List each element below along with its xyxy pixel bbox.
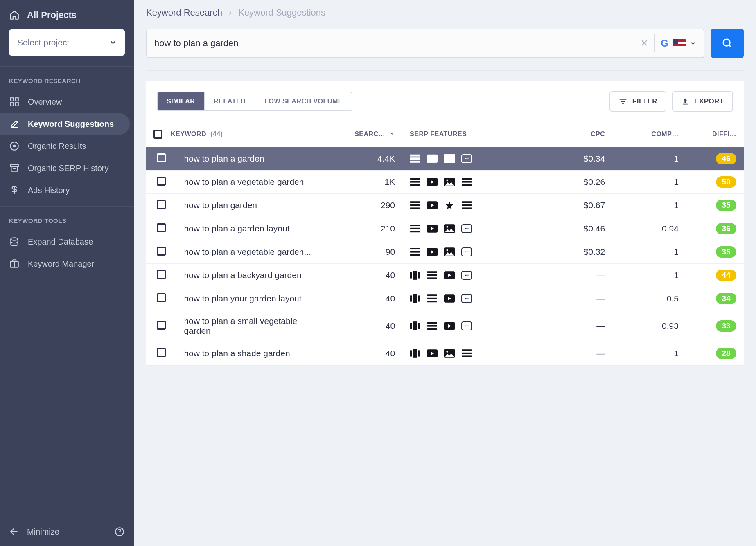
col-serp[interactable]: SERP FEATURES	[402, 121, 539, 147]
row-checkbox[interactable]	[157, 153, 166, 162]
table-row[interactable]: how to plan a backyard garden40···—144	[146, 264, 744, 287]
nav-label: Organic Results	[28, 142, 86, 151]
svg-rect-28	[410, 207, 420, 209]
serp-features	[410, 178, 532, 186]
difficulty-badge: 35	[716, 246, 736, 258]
row-checkbox[interactable]	[157, 293, 166, 302]
svg-rect-23	[462, 178, 472, 180]
col-diff[interactable]: DIFFI…	[686, 121, 744, 147]
row-checkbox[interactable]	[157, 270, 166, 279]
tab-low-search-volume[interactable]: LOW SEARCH VOLUME	[255, 92, 352, 110]
col-cpc[interactable]: CPC	[539, 121, 613, 147]
competition-cell: 1	[612, 342, 686, 365]
svg-point-7	[11, 238, 18, 240]
cpc-cell: —	[539, 264, 613, 287]
table-row[interactable]: how to plan a garden4.4K···$0.34146	[146, 147, 744, 171]
table-row[interactable]: how to plan a garden layout210···$0.460.…	[146, 217, 744, 240]
nav-expand-database[interactable]: Expand Database	[0, 231, 130, 253]
select-all-checkbox[interactable]	[153, 130, 162, 139]
project-select[interactable]: Select project	[9, 29, 125, 56]
row-checkbox[interactable]	[157, 247, 166, 256]
home-icon	[9, 10, 20, 20]
serp-features: ···	[410, 271, 532, 280]
difficulty-badge: 46	[716, 153, 736, 164]
table-row[interactable]: how to plan a vegetable garden1K$0.26150	[146, 171, 744, 194]
nav-label: Organic SERP History	[28, 164, 108, 173]
row-checkbox[interactable]	[157, 321, 166, 330]
keyword-cell: how to plan a vegetable garden	[176, 171, 329, 194]
search-engine-select[interactable]: G	[661, 38, 696, 49]
row-checkbox[interactable]	[157, 348, 166, 357]
cpc-cell: —	[539, 310, 613, 342]
nav-organic-serp-history[interactable]: Organic SERP History	[0, 157, 130, 179]
table-row[interactable]: how to plan garden290$0.67135	[146, 194, 744, 217]
all-projects-link[interactable]: All Projects	[9, 10, 125, 20]
carousel-icon	[410, 271, 420, 280]
svg-rect-56	[427, 298, 437, 299]
svg-rect-47	[418, 272, 420, 278]
help-icon[interactable]	[114, 526, 125, 537]
svg-rect-66	[410, 350, 412, 356]
video-icon	[427, 154, 438, 163]
nav-organic-results[interactable]: Organic Results	[0, 135, 130, 157]
sitelinks-icon	[410, 201, 420, 210]
svg-rect-35	[410, 231, 420, 232]
more-serp-icon: ···	[461, 154, 472, 163]
col-keyword[interactable]: KEYWORD	[171, 130, 206, 137]
col-comp[interactable]: COMP…	[612, 121, 686, 147]
sitelinks-icon	[410, 247, 420, 256]
search-box: ✕ G	[146, 29, 704, 58]
competition-cell: 1	[612, 171, 686, 194]
nav-label: Expand Database	[28, 237, 93, 247]
nav-overview[interactable]: Overview	[0, 91, 130, 113]
search-button[interactable]	[711, 29, 744, 58]
video-icon	[427, 178, 438, 186]
breadcrumb-current: Keyword Suggestions	[238, 7, 325, 18]
keyword-cell: how to plan a vegetable garden...	[176, 240, 329, 264]
grid-icon	[9, 97, 20, 107]
section-title-research: KEYWORD RESEARCH	[0, 67, 134, 91]
nav-label: Keyword Manager	[28, 259, 94, 269]
nav-ads-history[interactable]: Ads History	[0, 179, 130, 201]
search-volume-cell: 90	[329, 240, 402, 264]
sitelinks-icon	[461, 349, 472, 358]
row-checkbox[interactable]	[157, 223, 166, 232]
google-icon: G	[661, 38, 668, 49]
competition-cell: 0.94	[612, 217, 686, 240]
tab-related[interactable]: RELATED	[205, 92, 255, 110]
nav-keyword-suggestions[interactable]: Keyword Suggestions	[0, 113, 130, 135]
table-row[interactable]: how to plan a small vegetable garden40··…	[146, 310, 744, 342]
filter-button[interactable]: FILTER	[609, 91, 666, 112]
video-icon	[444, 321, 455, 330]
svg-rect-3	[15, 103, 18, 106]
row-checkbox[interactable]	[157, 200, 166, 209]
table-row[interactable]: how to plan your garden layout40···—0.53…	[146, 287, 744, 310]
svg-rect-27	[410, 204, 420, 206]
sidebar: All Projects Select project KEYWORD RESE…	[0, 0, 134, 546]
image-icon	[444, 178, 455, 186]
table-row[interactable]: how to plan a shade garden40—128	[146, 342, 744, 365]
serp-features: ···	[410, 154, 532, 163]
minimize-button[interactable]: Minimize	[27, 527, 59, 537]
export-button[interactable]: EXPORT	[672, 91, 733, 112]
svg-rect-30	[462, 201, 472, 203]
sitelinks-icon	[410, 178, 420, 186]
table-row[interactable]: how to plan a vegetable garden...90···$0…	[146, 240, 744, 264]
archive-icon	[9, 163, 20, 173]
competition-cell: 1	[612, 240, 686, 264]
row-checkbox[interactable]	[157, 177, 166, 186]
clear-search-icon[interactable]: ✕	[637, 35, 651, 52]
breadcrumb-root[interactable]: Keyword Research	[146, 7, 222, 18]
star-icon	[444, 201, 455, 210]
keyword-search-input[interactable]	[154, 38, 637, 49]
more-serp-icon: ···	[461, 321, 472, 330]
col-search[interactable]: SEARC…	[354, 130, 385, 137]
chevron-down-icon	[109, 39, 117, 46]
svg-rect-59	[410, 323, 412, 329]
sitelinks-icon	[427, 271, 438, 280]
search-volume-cell: 4.4K	[329, 147, 402, 171]
tab-similar[interactable]: SIMILAR	[158, 92, 205, 110]
nav-keyword-manager[interactable]: Keyword Manager	[0, 253, 130, 275]
svg-rect-41	[410, 254, 420, 256]
chevron-right-icon: ›	[229, 7, 232, 18]
